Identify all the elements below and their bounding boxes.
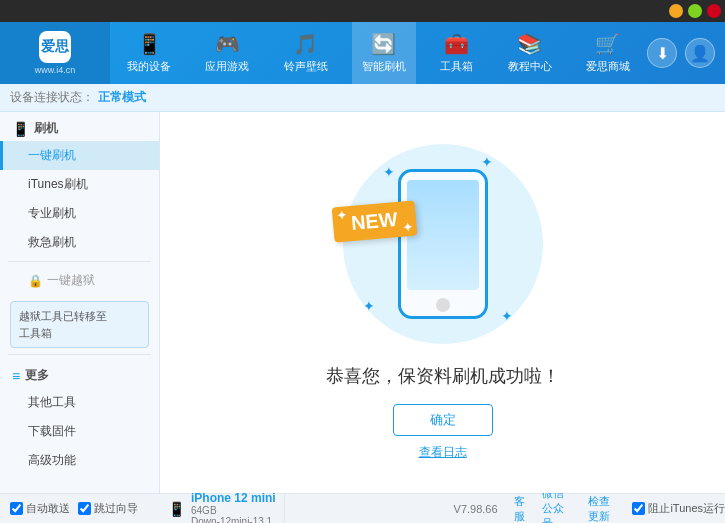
nav-shop-label: 爱思商城	[586, 59, 630, 74]
view-log-label: 查看日志	[419, 445, 467, 459]
device-icon-bottom: 📱	[168, 501, 185, 517]
shop-icon: 🛒	[595, 32, 620, 56]
divider-1	[8, 261, 151, 262]
sidebar-jailbreak-title: 🔒 一键越狱	[0, 266, 159, 295]
bottom-left: 自动敢送 跳过向导	[0, 501, 160, 516]
flash-section-label: 刷机	[34, 120, 58, 137]
other-tools-label: 其他工具	[28, 395, 76, 409]
itunes-checkbox[interactable]	[632, 502, 645, 515]
download-fw-label: 下载固件	[28, 424, 76, 438]
sidebar-more-title: ≡ 更多	[0, 359, 159, 388]
more-section-icon: ≡	[12, 368, 20, 384]
new-banner: NEW	[331, 200, 416, 242]
success-text: 恭喜您，保资料刷机成功啦！	[326, 364, 560, 388]
tools-icon: 🧰	[444, 32, 469, 56]
sidebar-item-one-click[interactable]: 一键刷机	[0, 141, 159, 170]
pro-label: 专业刷机	[28, 206, 76, 220]
one-click-label: 一键刷机	[28, 148, 76, 162]
header: 爱思 www.i4.cn 📱 我的设备 🎮 应用游戏 🎵 铃声壁纸 🔄 智能刷机…	[0, 22, 725, 84]
nav-tools-label: 工具箱	[440, 59, 473, 74]
skip-wizard-input[interactable]	[78, 502, 91, 515]
nav-smart-label: 智能刷机	[362, 59, 406, 74]
sidebar: 📱 刷机 一键刷机 iTunes刷机 专业刷机 救急刷机 🔒 一键越狱 越狱工具…	[0, 112, 160, 493]
nav-wallpaper-label: 铃声壁纸	[284, 59, 328, 74]
jailbreak-info-text: 越狱工具已转移至工具箱	[19, 310, 107, 339]
device-icon: 📱	[137, 32, 162, 56]
new-badge-text: NEW	[350, 208, 398, 234]
close-button[interactable]	[707, 4, 721, 18]
status-label: 设备连接状态：	[10, 89, 94, 106]
phone-illustration	[398, 169, 488, 319]
spark-3: ✦	[363, 298, 375, 314]
status-bar: 设备连接状态： 正常模式	[0, 84, 725, 112]
itunes-label: 阻止iTunes运行	[648, 501, 725, 516]
flash-section-icon: 📱	[12, 121, 29, 137]
divider-2	[8, 354, 151, 355]
lock-icon: 🔒	[28, 274, 43, 288]
main-layout: 📱 刷机 一键刷机 iTunes刷机 专业刷机 救急刷机 🔒 一键越狱 越狱工具…	[0, 112, 725, 493]
user-btn[interactable]: 👤	[685, 38, 715, 68]
update-link[interactable]: 检查更新	[588, 494, 612, 524]
auto-send-checkbox[interactable]: 自动敢送	[10, 501, 70, 516]
bottom-bar: 自动敢送 跳过向导 📱 iPhone 12 mini 64GB Down-12m…	[0, 493, 725, 523]
spark-2: ✦	[481, 154, 493, 170]
device-firmware: Down-12mini-13,1	[191, 516, 276, 524]
phone-container: ✦ ✦ ✦ ✦ NEW	[343, 144, 543, 344]
logo-url: www.i4.cn	[35, 65, 76, 75]
nav-actions: ⬇ 👤	[647, 38, 715, 68]
skip-wizard-label: 跳过向导	[94, 501, 138, 516]
skip-wizard-checkbox[interactable]: 跳过向导	[78, 501, 138, 516]
nav-device[interactable]: 📱 我的设备	[117, 22, 181, 84]
sidebar-item-pro[interactable]: 专业刷机	[0, 199, 159, 228]
sidebar-item-advanced[interactable]: 高级功能	[0, 446, 159, 475]
auto-send-label: 自动敢送	[26, 501, 70, 516]
jailbreak-label: 一键越狱	[47, 272, 95, 289]
minimize-button[interactable]	[669, 4, 683, 18]
version-text: V7.98.66	[454, 503, 498, 515]
support-link[interactable]: 客服	[514, 494, 526, 524]
spark-4: ✦	[501, 308, 513, 324]
title-bar	[0, 0, 725, 22]
confirm-button[interactable]: 确定	[393, 404, 493, 436]
maximize-button[interactable]	[688, 4, 702, 18]
nav-apps-label: 应用游戏	[205, 59, 249, 74]
nav-device-label: 我的设备	[127, 59, 171, 74]
nav-items: 📱 我的设备 🎮 应用游戏 🎵 铃声壁纸 🔄 智能刷机 🧰 工具箱 📚 教程中心…	[110, 22, 647, 84]
nav-shop[interactable]: 🛒 爱思商城	[576, 22, 640, 84]
download-btn[interactable]: ⬇	[647, 38, 677, 68]
smart-icon: 🔄	[371, 32, 396, 56]
more-section-label: 更多	[25, 367, 49, 384]
recovery-label: 救急刷机	[28, 235, 76, 249]
sidebar-item-recovery[interactable]: 救急刷机	[0, 228, 159, 257]
device-storage: 64GB	[191, 505, 276, 516]
nav-wallpaper[interactable]: 🎵 铃声壁纸	[274, 22, 338, 84]
wallpaper-icon: 🎵	[293, 32, 318, 56]
advanced-label: 高级功能	[28, 453, 76, 467]
sidebar-flash-title: 📱 刷机	[0, 112, 159, 141]
logo[interactable]: 爱思 www.i4.cn	[0, 22, 110, 84]
phone-body	[398, 169, 488, 319]
itunes-label: iTunes刷机	[28, 177, 88, 191]
auto-send-input[interactable]	[10, 502, 23, 515]
sidebar-item-other-tools[interactable]: 其他工具	[0, 388, 159, 417]
nav-tools[interactable]: 🧰 工具箱	[430, 22, 483, 84]
jailbreak-info: 越狱工具已转移至工具箱	[10, 301, 149, 348]
device-info-block: iPhone 12 mini 64GB Down-12mini-13,1	[191, 491, 276, 524]
sidebar-item-download-fw[interactable]: 下载固件	[0, 417, 159, 446]
view-log-link[interactable]: 查看日志	[419, 444, 467, 461]
nav-smart[interactable]: 🔄 智能刷机	[352, 22, 416, 84]
content-area: ✦ ✦ ✦ ✦ NEW 恭喜您，保资料刷机成功啦！ 确定 查看日志	[160, 112, 725, 493]
nav-tutorials-label: 教程中心	[508, 59, 552, 74]
spark-1: ✦	[383, 164, 395, 180]
sidebar-item-itunes[interactable]: iTunes刷机	[0, 170, 159, 199]
phone-home-btn	[436, 298, 450, 312]
tutorials-icon: 📚	[517, 32, 542, 56]
status-value: 正常模式	[98, 89, 146, 106]
phone-screen	[407, 180, 479, 290]
nav-tutorials[interactable]: 📚 教程中心	[498, 22, 562, 84]
confirm-button-label: 确定	[430, 411, 456, 429]
nav-apps[interactable]: 🎮 应用游戏	[195, 22, 259, 84]
logo-icon: 爱思	[39, 31, 71, 63]
itunes-status: 阻止iTunes运行	[632, 501, 725, 516]
apps-icon: 🎮	[215, 32, 240, 56]
